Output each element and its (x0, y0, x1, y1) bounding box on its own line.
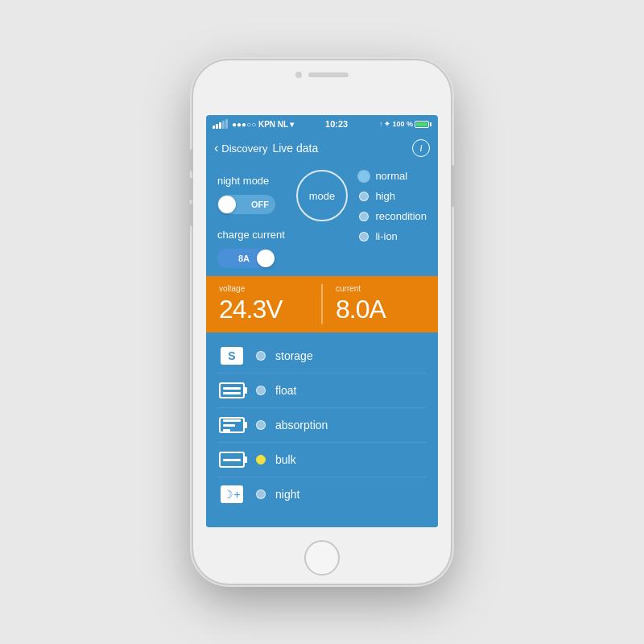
status-item-storage: S storage (217, 339, 427, 374)
main-content: mode night mode OFF charge current (206, 163, 438, 527)
mode-options: normal high recondition li-ion (359, 170, 427, 242)
bulk-battery-icon (219, 452, 245, 468)
current-label: current (336, 284, 425, 293)
charge-toggle-knob (257, 250, 275, 267)
status-label-float: float (275, 384, 296, 397)
voltage-block: voltage 24.3V (206, 276, 321, 332)
status-item-night: ☽+ night (217, 477, 427, 511)
mode-option-recondition[interactable]: recondition (359, 210, 427, 222)
status-left: ●●●○○ KPN NL ▾ (213, 119, 294, 129)
status-label-bulk: bulk (275, 453, 296, 466)
status-dot-night (256, 489, 266, 499)
night-status-icon: ☽+ (217, 483, 246, 506)
status-bar: ●●●○○ KPN NL ▾ 10:23 ↑ ✦ 100 % (206, 115, 438, 133)
back-label: Discovery (221, 142, 267, 155)
mode-option-liion[interactable]: li-ion (359, 230, 427, 242)
charge-toggle-text: 8A (238, 254, 250, 263)
status-label-storage: storage (275, 349, 313, 362)
readings-bar: voltage 24.3V current 8.0A (206, 276, 438, 332)
wifi-icon: ▾ (290, 120, 294, 129)
carrier-label: ●●●○○ KPN NL (232, 120, 288, 129)
status-label-absorption: absorption (275, 419, 328, 431)
bluetooth-icon: ✦ (384, 120, 390, 128)
mode-option-normal[interactable]: normal (359, 170, 427, 182)
phone-frame: ●●●○○ KPN NL ▾ 10:23 ↑ ✦ 100 % ‹ Disco (193, 60, 451, 584)
status-dot-absorption (256, 420, 266, 430)
phone-top-notch (242, 72, 402, 78)
absorption-line-1 (223, 419, 241, 422)
signal-dot-5 (225, 119, 228, 129)
status-item-absorption: absorption (217, 408, 427, 443)
radio-dot-recondition (359, 212, 369, 221)
mode-section: mode night mode OFF charge current (206, 163, 438, 276)
night-icon-box: ☽+ (221, 485, 243, 503)
earpiece-speaker (308, 72, 349, 77)
status-item-bulk: bulk (217, 443, 427, 477)
back-button[interactable]: ‹ Discovery (214, 141, 267, 155)
radio-dot-liion (359, 232, 369, 242)
signal-dot-3 (219, 122, 221, 129)
mode-label-high: high (375, 190, 395, 202)
bulk-line-1 (223, 459, 241, 461)
mode-option-high[interactable]: high (359, 190, 427, 202)
nav-bar: ‹ Discovery Live data i (206, 133, 438, 163)
bulk-icon (217, 448, 246, 471)
mode-label-recondition: recondition (375, 210, 427, 222)
status-list: S storage (206, 332, 438, 527)
battery-percent: 100 % (392, 120, 413, 128)
bulk-battery-lines (221, 457, 243, 463)
radio-dot-normal (359, 171, 369, 181)
status-right: ↑ ✦ 100 % (379, 120, 431, 128)
voltage-value: 24.3V (219, 295, 308, 324)
mode-circle[interactable]: mode (296, 170, 348, 221)
current-value: 8.0A (336, 295, 425, 324)
float-line-1 (223, 387, 241, 390)
phone-screen: ●●●○○ KPN NL ▾ 10:23 ↑ ✦ 100 % ‹ Disco (206, 115, 438, 527)
absorption-line-2 (223, 424, 235, 427)
absorption-line-3 (223, 429, 230, 431)
front-camera (295, 72, 302, 78)
info-icon: i (419, 142, 423, 155)
battery-body (415, 121, 429, 128)
charge-current-toggle[interactable]: 8A (217, 249, 275, 268)
voltage-label: voltage (219, 284, 308, 293)
float-icon (217, 379, 246, 402)
battery-tip (430, 122, 431, 126)
status-label-night: night (275, 488, 299, 501)
back-arrow-icon: ‹ (214, 141, 218, 155)
location-icon: ↑ (379, 120, 383, 128)
signal-dot-2 (216, 124, 218, 129)
night-mode-toggle[interactable]: OFF (217, 195, 275, 214)
status-item-float: float (217, 374, 427, 408)
battery-fill (416, 122, 427, 126)
status-dot-storage (256, 351, 266, 361)
mode-label-liion: li-ion (375, 230, 397, 242)
status-dot-float (256, 386, 266, 395)
mode-label-normal: normal (375, 170, 407, 182)
toggle-off-text: OFF (251, 200, 269, 209)
mode-circle-label: mode (309, 190, 336, 202)
status-time: 10:23 (325, 119, 348, 129)
signal-bars (213, 119, 228, 129)
nav-title: Live data (272, 142, 318, 155)
absorption-icon (217, 414, 246, 436)
absorption-battery-icon (219, 417, 245, 433)
float-battery-lines (221, 386, 243, 396)
info-button[interactable]: i (412, 139, 430, 157)
storage-icon: S (217, 345, 246, 367)
night-moon-icon: ☽+ (223, 488, 240, 501)
home-button[interactable] (304, 540, 340, 576)
storage-s-badge: S (221, 347, 243, 365)
current-block: current 8.0A (323, 276, 438, 332)
radio-dot-high (359, 192, 369, 201)
signal-dot-4 (222, 121, 225, 129)
signal-dot-1 (213, 126, 215, 129)
float-line-2 (223, 392, 241, 394)
absorption-battery-lines (221, 418, 243, 433)
float-battery-icon (219, 382, 245, 398)
battery-icon (415, 121, 431, 128)
status-dot-bulk (256, 455, 266, 464)
toggle-knob (218, 196, 236, 213)
